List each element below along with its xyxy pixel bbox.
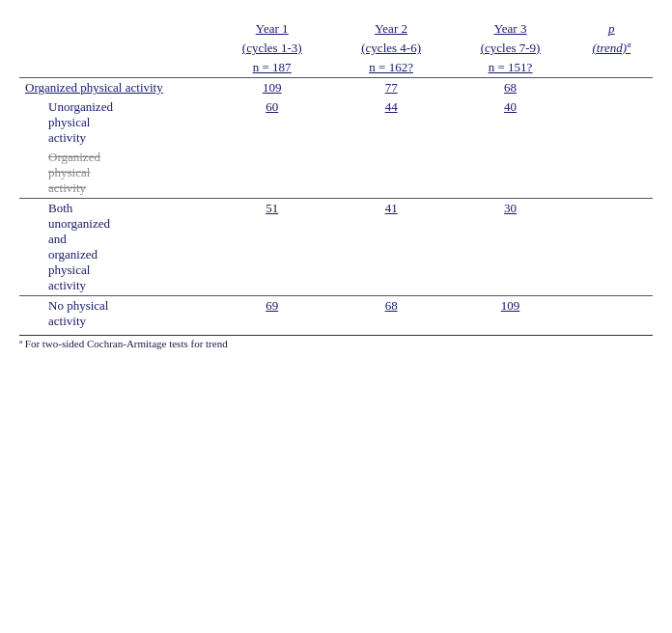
year2-cycles: (cycles 4-6) [331, 39, 450, 58]
data-table: Year 1 Year 2 Year 3 p (cycles 1-3) ( [19, 19, 653, 331]
no-pa-y1: 69 [212, 296, 331, 332]
p-header: p [570, 19, 653, 39]
no-pa-y3: 109 [451, 296, 570, 332]
both-y2: 41 [331, 199, 450, 296]
organized-pa-y1: 109 [212, 78, 331, 98]
unorganized-label: Unorganized physical activity [19, 97, 212, 148]
p-n-empty [570, 58, 653, 78]
organized-pa-label: Organized physical activity [19, 78, 212, 98]
year2-n: n = 162? [331, 58, 450, 78]
no-pa-label: No physical activity [19, 296, 212, 332]
both-y3: 30 [451, 199, 570, 296]
header-row-n: n = 187 n = 162? n = 151? [19, 58, 653, 78]
empty-n [19, 58, 212, 78]
both-label: Both unorganized and organized physical … [19, 199, 212, 296]
organized-strikethrough-y1 [212, 148, 331, 199]
organized-strikethrough-label: Organized physical activity [19, 148, 212, 199]
table-row: Unorganized physical activity 60 44 40 [19, 97, 653, 148]
unorganized-y2: 44 [331, 97, 450, 148]
main-table-container: Year 1 Year 2 Year 3 p (cycles 1-3) ( [19, 19, 653, 349]
year2-header: Year 2 [331, 19, 450, 39]
footnote: ª For two-sided Cochran-Armitage tests f… [19, 335, 653, 349]
unorganized-y1: 60 [212, 97, 331, 148]
unorganized-y3: 40 [451, 97, 570, 148]
empty-subheader [19, 39, 212, 58]
table-row: Organized physical activity [19, 148, 653, 199]
no-pa-y2: 68 [331, 296, 450, 332]
year1-cycles: (cycles 1-3) [212, 39, 331, 58]
no-pa-p [570, 296, 653, 332]
header-row-cycles: (cycles 1-3) (cycles 4-6) (cycles 7-9) (… [19, 39, 653, 58]
table-row: No physical activity 69 68 109 [19, 296, 653, 332]
year1-header: Year 1 [212, 19, 331, 39]
organized-pa-p [570, 78, 653, 98]
unorganized-p [570, 97, 653, 148]
year3-header: Year 3 [451, 19, 570, 39]
both-y1: 51 [212, 199, 331, 296]
table-row: Both unorganized and organized physical … [19, 199, 653, 296]
both-p [570, 199, 653, 296]
header-row-years: Year 1 Year 2 Year 3 p [19, 19, 653, 39]
organized-strikethrough-p [570, 148, 653, 199]
p-trend: (trend)ª [570, 39, 653, 58]
organized-pa-y2: 77 [331, 78, 450, 98]
organized-strikethrough-y2 [331, 148, 450, 199]
year3-n: n = 151? [451, 58, 570, 78]
organized-strikethrough-y3 [451, 148, 570, 199]
table-row: Organized physical activity 109 77 68 [19, 78, 653, 98]
year3-cycles: (cycles 7-9) [451, 39, 570, 58]
empty-header [19, 19, 212, 39]
organized-pa-y3: 68 [451, 78, 570, 98]
year1-n: n = 187 [212, 58, 331, 78]
